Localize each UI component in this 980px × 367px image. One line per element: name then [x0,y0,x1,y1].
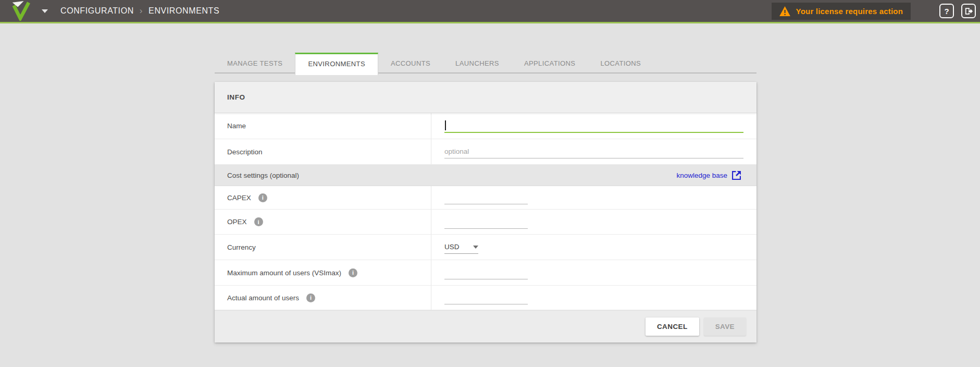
actual-users-info-icon[interactable]: i [306,293,315,302]
opex-field-area [431,210,756,234]
breadcrumb: CONFIGURATION › ENVIRONMENTS [60,6,219,16]
text-cursor [445,120,446,130]
form-row-vsimax: Maximum amount of users (VSImax) i [215,260,756,286]
vsimax-label: Maximum amount of users (VSImax) i [215,260,431,285]
capex-info-icon[interactable]: i [258,193,267,202]
form-row-description: Description [215,139,756,165]
app-logo [8,1,30,21]
opex-label-text: OPEX [227,218,247,226]
tab-locations[interactable]: LOCATIONS [588,53,653,74]
cost-settings-label: Cost settings (optional) [227,172,299,179]
vsimax-label-text: Maximum amount of users (VSImax) [227,269,341,277]
save-button[interactable]: SAVE [704,317,746,336]
tab-environments[interactable]: ENVIRONMENTS [295,53,378,75]
name-label: Name [215,113,431,139]
vsimax-field-area [431,260,756,285]
breadcrumb-environments[interactable]: ENVIRONMENTS [148,6,219,16]
card-header: INFO [215,82,756,113]
card-footer: CANCEL SAVE [215,310,756,342]
knowledge-base-link[interactable]: knowledge base [676,171,741,180]
vsimax-info-icon[interactable]: i [349,268,357,277]
actual-users-label-text: Actual amount of users [227,294,299,302]
warning-triangle-icon [779,6,790,16]
form-row-currency: Currency USD [215,235,756,260]
currency-select[interactable]: USD [444,240,478,254]
logout-icon [964,7,973,15]
capex-field-area [431,186,756,209]
name-input[interactable] [444,119,743,133]
actual-users-input[interactable] [444,291,528,304]
main-content: MANAGE TESTS ENVIRONMENTS ACCOUNTS LAUNC… [215,53,756,342]
form-row-name: Name [215,113,756,139]
question-mark-icon: ? [944,7,949,16]
capex-input[interactable] [444,191,528,204]
tab-applications[interactable]: APPLICATIONS [512,53,588,74]
description-label: Description [215,139,431,164]
logout-button[interactable] [961,4,976,18]
tab-bar: MANAGE TESTS ENVIRONMENTS ACCOUNTS LAUNC… [215,53,756,74]
license-warning-text: Your license requires action [796,7,903,16]
vsimax-input[interactable] [444,266,528,279]
cancel-button[interactable]: CANCEL [646,317,699,336]
tab-launchers[interactable]: LAUNCHERS [443,53,512,74]
chevron-down-icon [473,246,478,249]
license-warning-banner[interactable]: Your license requires action [772,3,911,20]
description-input[interactable] [444,145,743,158]
nav-dropdown-caret-icon[interactable] [42,9,48,13]
tab-manage-tests[interactable]: MANAGE TESTS [215,53,295,74]
form-row-actual-users: Actual amount of users i [215,286,756,310]
currency-field-area: USD [431,235,756,260]
breadcrumb-configuration[interactable]: CONFIGURATION [60,6,134,16]
environment-info-card: INFO Name Description Cost settings (opt… [215,82,756,342]
capex-label: CAPEX i [215,186,431,209]
name-field-area [431,113,756,139]
currency-label-text: Currency [227,243,256,251]
currency-label: Currency [215,235,431,260]
capex-label-text: CAPEX [227,194,251,202]
tab-accounts[interactable]: ACCOUNTS [378,53,443,74]
description-field-area [431,139,756,164]
form-row-opex: OPEX i [215,210,756,235]
opex-label: OPEX i [215,210,431,234]
currency-selected-value: USD [444,243,460,251]
opex-info-icon[interactable]: i [254,217,263,226]
cost-settings-section: Cost settings (optional) knowledge base [215,165,756,186]
login-vsi-logo-icon [8,1,30,21]
card-title: INFO [227,93,245,101]
description-label-text: Description [227,148,263,156]
opex-input[interactable] [444,215,528,229]
actual-users-label: Actual amount of users i [215,286,431,310]
breadcrumb-separator-icon: › [140,6,143,16]
external-link-icon [732,171,741,180]
help-button[interactable]: ? [939,4,954,18]
top-bar: CONFIGURATION › ENVIRONMENTS Your licens… [0,0,980,23]
name-label-text: Name [227,122,246,130]
form-row-capex: CAPEX i [215,186,756,210]
actual-users-field-area [431,286,756,310]
knowledge-base-link-text: knowledge base [676,172,727,179]
